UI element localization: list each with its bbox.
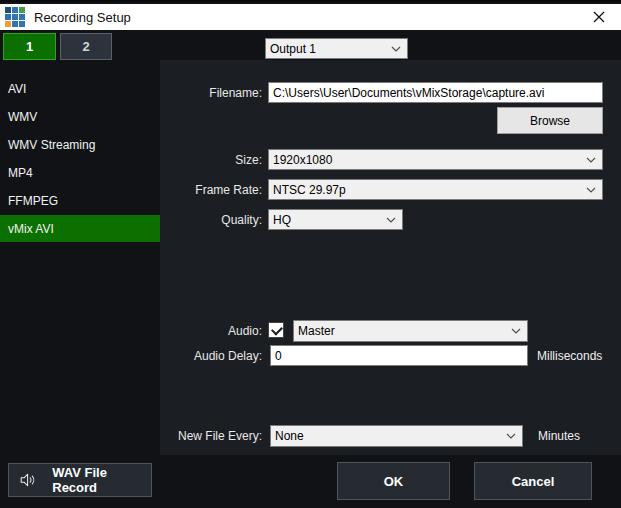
sidebar-item-wmv-streaming[interactable]: WMV Streaming xyxy=(0,131,160,159)
wav-file-record-button[interactable]: WAV File Record xyxy=(8,463,152,497)
title-bar: Recording Setup xyxy=(0,4,621,30)
wav-file-record-label: WAV File Record xyxy=(52,465,151,495)
sidebar-item-vmix-avi[interactable]: vMix AVI xyxy=(0,215,160,242)
output-select-value: Output 1 xyxy=(270,42,316,56)
chevron-down-icon xyxy=(511,328,521,334)
audio-source-value: Master xyxy=(298,324,335,338)
audio-label: Audio: xyxy=(162,324,262,338)
audio-source-select[interactable]: Master xyxy=(293,320,528,342)
tab-output-2[interactable]: 2 xyxy=(60,33,112,60)
new-file-every-value: None xyxy=(275,429,304,443)
frame-rate-select-value: NTSC 29.97p xyxy=(273,183,346,197)
chevron-down-icon xyxy=(586,187,596,193)
output-select[interactable]: Output 1 xyxy=(265,38,408,59)
speaker-icon xyxy=(19,472,36,488)
chevron-down-icon xyxy=(391,46,401,52)
quality-select[interactable]: HQ xyxy=(268,209,403,230)
chevron-down-icon xyxy=(386,217,396,223)
size-select[interactable]: 1920x1080 xyxy=(268,149,603,170)
sidebar-item-label: AVI xyxy=(8,82,26,96)
size-select-value: 1920x1080 xyxy=(273,153,332,167)
chevron-down-icon xyxy=(506,433,516,439)
sidebar-item-label: vMix AVI xyxy=(8,222,54,236)
frame-rate-select[interactable]: NTSC 29.97p xyxy=(268,179,603,200)
sidebar-item-label: MP4 xyxy=(8,166,33,180)
vmix-logo-icon xyxy=(5,7,25,27)
sidebar-item-label: WMV Streaming xyxy=(8,138,95,152)
chevron-down-icon xyxy=(586,157,596,163)
frame-rate-label: Frame Rate: xyxy=(162,183,262,197)
recording-setup-dialog: Recording Setup 1 2 Output 1 AVI WMV WMV… xyxy=(0,0,621,508)
audio-checkbox[interactable] xyxy=(268,322,284,338)
window-title: Recording Setup xyxy=(34,10,131,25)
close-icon[interactable] xyxy=(577,4,621,30)
sidebar-item-wmv[interactable]: WMV xyxy=(0,103,160,131)
ok-button[interactable]: OK xyxy=(337,462,450,500)
sidebar-item-label: FFMPEG xyxy=(8,194,58,208)
audio-delay-input[interactable]: 0 xyxy=(270,345,528,366)
filename-input[interactable]: C:\Users\User\Documents\vMixStorage\capt… xyxy=(268,82,603,103)
quality-label: Quality: xyxy=(162,213,262,227)
new-file-every-label: New File Every: xyxy=(162,429,262,443)
browse-button[interactable]: Browse xyxy=(497,107,603,134)
audio-delay-unit: Milliseconds xyxy=(537,349,602,363)
new-file-every-select[interactable]: None xyxy=(270,425,523,447)
new-file-every-unit: Minutes xyxy=(538,429,580,443)
audio-delay-label: Audio Delay: xyxy=(162,349,262,363)
sidebar-item-label: WMV xyxy=(8,110,37,124)
size-label: Size: xyxy=(162,153,262,167)
sidebar-item-avi[interactable]: AVI xyxy=(0,75,160,103)
quality-select-value: HQ xyxy=(273,213,291,227)
tab-output-1[interactable]: 1 xyxy=(3,33,56,60)
audio-delay-value: 0 xyxy=(275,349,282,363)
sidebar-item-ffmpeg[interactable]: FFMPEG xyxy=(0,187,160,215)
filename-label: Filename: xyxy=(162,86,262,100)
filename-value: C:\Users\User\Documents\vMixStorage\capt… xyxy=(273,86,544,100)
cancel-button[interactable]: Cancel xyxy=(474,462,592,500)
sidebar-item-mp4[interactable]: MP4 xyxy=(0,159,160,187)
